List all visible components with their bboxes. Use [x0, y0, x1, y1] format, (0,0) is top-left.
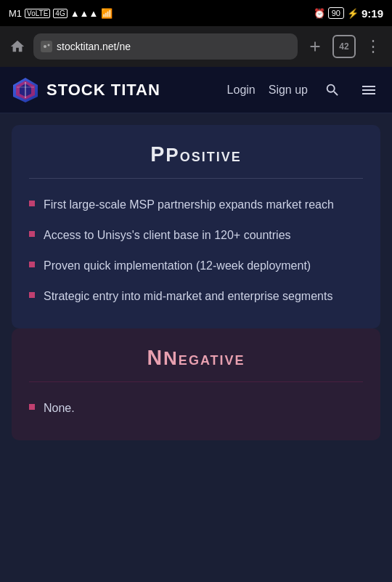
list-item: None.	[29, 400, 363, 417]
wifi-icon: 📶	[101, 8, 113, 19]
network-label: 4G	[53, 9, 67, 18]
new-tab-button[interactable]	[303, 35, 327, 58]
bullet-square-icon	[29, 292, 35, 298]
page-content: PPositive First large-scale MSP partners…	[0, 113, 392, 582]
positive-divider	[29, 178, 363, 179]
url-text: stocktitan.net/ne	[57, 41, 131, 52]
bullet-square-icon	[29, 404, 35, 410]
bullet-text: None.	[44, 400, 363, 417]
site-nav: STOCK TITAN Login Sign up	[0, 67, 392, 113]
alarm-icon: ⏰	[314, 8, 325, 19]
bullet-text: Strategic entry into mid-market and ente…	[44, 288, 363, 305]
positive-section: PPositive First large-scale MSP partners…	[12, 125, 380, 328]
bullet-text: Access to Unisys's client base in 120+ c…	[44, 227, 363, 244]
list-item: First large-scale MSP partnership expand…	[29, 196, 363, 214]
negative-title: NNegative	[29, 346, 363, 370]
bullet-text: Proven quick implementation (12-week dep…	[44, 257, 363, 275]
logo-text: STOCK TITAN	[46, 81, 160, 100]
svg-point-1	[48, 44, 50, 47]
charging-icon: ⚡	[347, 8, 359, 19]
bullet-square-icon	[29, 201, 35, 206]
battery-level: 90	[332, 9, 340, 17]
svg-point-0	[44, 45, 46, 48]
negative-bullet-list: None.	[29, 400, 363, 417]
volte-label: VoLTE	[25, 9, 50, 18]
positive-title: PPositive	[29, 142, 363, 166]
signal-icon: ▲▲▲	[70, 8, 99, 19]
login-link[interactable]: Login	[227, 84, 256, 97]
logo-area: STOCK TITAN	[12, 76, 227, 104]
signup-link[interactable]: Sign up	[269, 84, 308, 97]
more-options-button[interactable]: ⋮	[362, 35, 385, 58]
positive-bullet-list: First large-scale MSP partnership expand…	[29, 196, 363, 305]
status-right: ⏰ 90 ⚡ 9:19	[314, 7, 383, 20]
list-item: Proven quick implementation (12-week dep…	[29, 257, 363, 275]
logo-icon	[12, 76, 39, 104]
carrier-label: M1	[9, 8, 22, 19]
bullet-square-icon	[29, 231, 35, 237]
list-item: Strategic entry into mid-market and ente…	[29, 288, 363, 305]
status-bar: M1 VoLTE 4G ▲▲▲ 📶 ⏰ 90 ⚡ 9:19	[0, 0, 392, 26]
bullet-text: First large-scale MSP partnership expand…	[44, 196, 363, 214]
search-button[interactable]	[321, 78, 344, 102]
status-left: M1 VoLTE 4G ▲▲▲ 📶	[9, 8, 113, 19]
battery-indicator: 90	[328, 7, 344, 19]
nav-links: Login Sign up	[227, 78, 380, 102]
address-bar[interactable]: stocktitan.net/ne	[33, 33, 298, 60]
negative-section: NNegative None.	[12, 328, 380, 440]
hamburger-button[interactable]	[357, 78, 380, 102]
negative-divider	[29, 381, 363, 382]
home-button[interactable]	[7, 36, 28, 57]
tab-count-badge[interactable]: 42	[332, 35, 356, 58]
site-favicon	[41, 41, 52, 52]
time-label: 9:19	[362, 7, 383, 20]
bullet-square-icon	[29, 262, 35, 267]
list-item: Access to Unisys's client base in 120+ c…	[29, 227, 363, 244]
browser-chrome: stocktitan.net/ne 42 ⋮	[0, 26, 392, 67]
